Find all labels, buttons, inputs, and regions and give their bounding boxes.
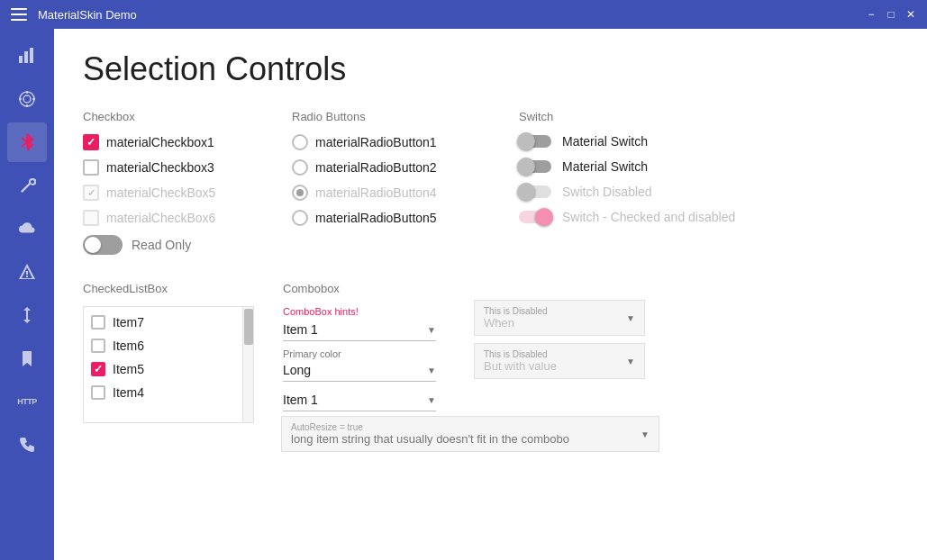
checkbox-box-1[interactable]	[83, 134, 99, 150]
sidebar-item-cloud[interactable]	[7, 209, 47, 248]
svg-point-3	[20, 92, 34, 106]
sidebar-item-http[interactable]: HTTP	[7, 382, 47, 421]
combo-disabled-value-1: When	[484, 316, 548, 330]
combo-disabled-content-2: This is Disabled But with value	[484, 349, 557, 373]
sidebar-item-chart[interactable]	[7, 36, 47, 76]
combobox-section-title: Combobox	[283, 282, 445, 295]
switch-section: Switch Material Switch Material Switch	[519, 110, 771, 235]
radio-circle-1[interactable]	[292, 134, 308, 150]
svg-rect-0	[19, 56, 23, 63]
titlebar-left: MaterialSkin Demo	[7, 5, 137, 24]
list-item-5[interactable]: Item5	[84, 357, 239, 381]
disabled-combo-section: This is Disabled When ▼ This is Disabled…	[474, 282, 654, 386]
toggle-container[interactable]: Read Only	[83, 235, 263, 255]
combo-value-1: Item 1	[283, 322, 318, 337]
combo-disabled-chevron-2: ▼	[626, 357, 635, 366]
list-checkbox-5[interactable]	[91, 362, 105, 376]
combo-box-3[interactable]: Item 1 ▼	[283, 389, 436, 411]
combo-autoresize-row: AutoResize = true long item string that …	[291, 422, 650, 446]
main-content: Selection Controls Checkbox materialChec…	[54, 29, 927, 560]
combo-box-2[interactable]: Long ▼	[283, 359, 436, 382]
list-item-6[interactable]: Item6	[84, 334, 239, 357]
combo-chevron-1: ▼	[427, 325, 436, 335]
checkbox-item-3[interactable]: materialCheckbox3	[83, 159, 263, 176]
combo-autoresize-hint: AutoResize = true	[291, 422, 569, 432]
list-item-4[interactable]: Item4	[84, 381, 239, 404]
list-checkbox-6[interactable]	[91, 339, 105, 353]
checkbox-label-1: materialCheckbox1	[106, 135, 214, 149]
radio-circle-2[interactable]	[292, 159, 308, 176]
list-checkbox-7[interactable]	[91, 315, 105, 330]
checked-listbox-section: CheckedListBox Item7 Item6	[83, 282, 254, 423]
list-item-7[interactable]: Item7	[84, 311, 239, 334]
combo-disabled-row-1: This is Disabled When ▼	[484, 306, 635, 330]
switch-label-3: Switch Disabled	[562, 185, 652, 199]
switch-row-4: Switch - Checked and disabled	[519, 210, 771, 224]
combo-autoresize[interactable]: AutoResize = true long item string that …	[281, 416, 659, 452]
close-button[interactable]: ✕	[902, 5, 920, 23]
mat-switch-4	[519, 211, 551, 223]
radio-circle-4	[292, 185, 308, 201]
checkbox-box-3[interactable]	[83, 159, 99, 176]
checkbox-item-1[interactable]: materialCheckbox1	[83, 134, 263, 150]
checkbox-item-5: ✓ materialCheckBox5	[83, 185, 263, 201]
combo-autoresize-content: AutoResize = true long item string that …	[291, 422, 569, 446]
sidebar-item-bluetooth[interactable]	[7, 122, 47, 162]
radio-item-1[interactable]: materialRadioButton1	[292, 134, 490, 150]
toggle-knob	[85, 237, 101, 253]
combo-disabled-chevron-1: ▼	[626, 313, 635, 323]
combo-disabled-content-1: This is Disabled When	[484, 306, 548, 330]
combo-value-3: Item 1	[283, 393, 318, 407]
maximize-button[interactable]: □	[882, 5, 900, 23]
list-item-4-label: Item4	[113, 385, 144, 400]
mat-switch-1[interactable]	[519, 135, 551, 148]
combo-hint-2: Primary color	[283, 348, 445, 359]
combo-chevron-2: ▼	[427, 366, 436, 375]
titlebar: MaterialSkin Demo − □ ✕	[0, 0, 927, 29]
radio-item-2[interactable]: materialRadioButton2	[292, 159, 490, 176]
sidebar-item-bookmark[interactable]	[7, 339, 47, 378]
combo-hint-1: ComboBox hints!	[283, 306, 445, 317]
radio-label-1: materialRadioButton1	[315, 135, 437, 149]
list-item-6-label: Item6	[113, 339, 144, 353]
combo-autoresize-chevron: ▼	[641, 429, 650, 439]
radio-label-5: materialRadioButton5	[315, 211, 437, 225]
sidebar-item-wrench[interactable]	[7, 166, 47, 205]
switch-label-4: Switch - Checked and disabled	[562, 210, 735, 224]
checked-listbox-title: CheckedListBox	[83, 282, 254, 295]
sidebar-item-warning[interactable]	[7, 252, 47, 292]
sidebar-item-phone[interactable]	[7, 425, 47, 465]
readonly-toggle[interactable]	[83, 235, 123, 255]
switch-knob-3	[517, 183, 535, 201]
combo-group-3: Item 1 ▼	[283, 389, 445, 411]
titlebar-controls: − □ ✕	[862, 5, 920, 23]
sidebar-item-arrows[interactable]	[7, 295, 47, 335]
svg-point-4	[23, 95, 31, 103]
svg-rect-1	[24, 51, 28, 63]
hamburger-icon[interactable]	[7, 5, 31, 24]
bottom-row: CheckedListBox Item7 Item6	[83, 282, 898, 423]
sidebar-item-target[interactable]	[7, 79, 47, 119]
combo-disabled-1: This is Disabled When ▼	[474, 300, 645, 336]
page-title: Selection Controls	[83, 50, 898, 88]
radio-item-4: materialRadioButton4	[292, 185, 490, 201]
combo-group-1: ComboBox hints! Item 1 ▼	[283, 306, 445, 341]
combo-group-2: Primary color Long ▼	[283, 348, 445, 382]
list-checkbox-4[interactable]	[91, 385, 105, 400]
combo-box-1[interactable]: Item 1 ▼	[283, 319, 436, 341]
autoresize-combo-container: AutoResize = true long item string that …	[281, 416, 898, 452]
radio-item-5[interactable]: materialRadioButton5	[292, 210, 490, 226]
list-scroll-container[interactable]: Item7 Item6 Item5	[83, 306, 254, 423]
mat-switch-2[interactable]	[519, 160, 551, 173]
list-scroll-inner: Item7 Item6 Item5	[84, 307, 253, 408]
combo-disabled-value-2: But with value	[484, 359, 557, 373]
switch-row-1[interactable]: Material Switch	[519, 134, 771, 149]
switch-knob-2	[517, 158, 535, 176]
combo-disabled-hint-1: This is Disabled	[484, 306, 548, 316]
switch-row-2[interactable]: Material Switch	[519, 159, 771, 174]
switch-label-1: Material Switch	[562, 134, 648, 149]
minimize-button[interactable]: −	[862, 5, 880, 23]
radio-circle-5[interactable]	[292, 210, 308, 226]
readonly-toggle-label: Read Only	[132, 238, 191, 252]
list-scrollbar[interactable]	[242, 307, 253, 422]
